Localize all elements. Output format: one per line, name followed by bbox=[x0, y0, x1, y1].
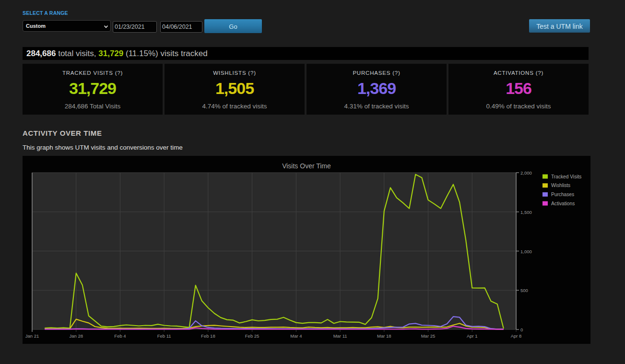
svg-text:Mar 18: Mar 18 bbox=[377, 333, 391, 339]
svg-text:Apr 1: Apr 1 bbox=[467, 333, 478, 339]
svg-text:Mar 4: Mar 4 bbox=[290, 333, 302, 339]
svg-text:2,000: 2,000 bbox=[520, 170, 532, 176]
svg-text:Purchases: Purchases bbox=[551, 192, 574, 197]
svg-text:0: 0 bbox=[520, 327, 523, 332]
svg-text:Feb 4: Feb 4 bbox=[114, 333, 126, 339]
svg-text:Tracked Visits: Tracked Visits bbox=[551, 174, 581, 179]
svg-text:Mar 11: Mar 11 bbox=[333, 333, 347, 339]
svg-text:Feb 11: Feb 11 bbox=[157, 333, 171, 339]
svg-text:Mar 25: Mar 25 bbox=[421, 333, 436, 339]
svg-text:Feb 25: Feb 25 bbox=[245, 333, 259, 339]
svg-text:Apr 8: Apr 8 bbox=[511, 333, 522, 339]
svg-text:Wishlists: Wishlists bbox=[551, 183, 570, 188]
svg-text:Feb 18: Feb 18 bbox=[201, 333, 215, 339]
svg-text:Jan 21: Jan 21 bbox=[25, 333, 39, 339]
svg-text:Visits Over Time: Visits Over Time bbox=[282, 162, 331, 170]
svg-text:Activations: Activations bbox=[551, 201, 575, 206]
svg-text:1,500: 1,500 bbox=[520, 210, 532, 215]
svg-text:500: 500 bbox=[520, 288, 528, 293]
svg-text:1,000: 1,000 bbox=[520, 249, 532, 254]
svg-text:Jan 28: Jan 28 bbox=[69, 333, 83, 339]
